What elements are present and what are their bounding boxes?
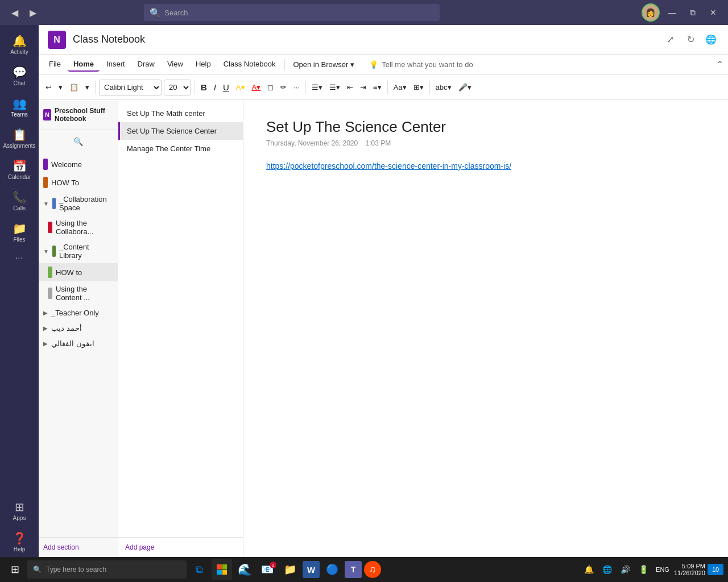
forward-button[interactable]: ▶ [25, 5, 41, 20]
underline-button[interactable]: U [221, 80, 231, 95]
onenote-title: Class Notebook [73, 34, 145, 45]
page-link[interactable]: https://pocketofpreschool.com/the-scienc… [266, 161, 511, 171]
menu-file[interactable]: File [43, 57, 67, 72]
menu-class-notebook[interactable]: Class Notebook [218, 57, 282, 72]
taskbar-teams[interactable]: T [345, 561, 362, 578]
pin-button[interactable]: ⤢ [662, 32, 678, 48]
close-button[interactable]: ✕ [705, 5, 721, 20]
font-size-select[interactable]: 20 [164, 80, 191, 95]
indent-button[interactable]: ⇥ [358, 80, 369, 95]
font-color-button[interactable]: A▾ [250, 80, 263, 95]
outdent-button[interactable]: ⇤ [345, 80, 355, 95]
clipboard-button[interactable]: 📋 [67, 80, 81, 95]
taskbar-clock[interactable]: 5:09 PM 11/26/2020 [674, 563, 705, 576]
taskbar-battery-icon[interactable]: 🔋 [635, 562, 651, 577]
section-item-using-collab[interactable]: Using the Collabora... [39, 215, 118, 239]
sidebar-item-calls[interactable]: 📞 Calls [3, 186, 35, 216]
add-section-button[interactable]: Add section [39, 537, 118, 557]
section-item-content-lib[interactable]: ▼ _Content Library [39, 239, 118, 263]
menu-view[interactable]: View [162, 57, 189, 72]
clipboard-dropdown-button[interactable]: ▾ [83, 80, 92, 95]
more-icon: ··· [15, 253, 24, 262]
open-in-browser-button[interactable]: Open in Browser ▾ [288, 58, 359, 71]
taskbar-outlook[interactable]: 📧 2 [257, 559, 278, 580]
menu-draw[interactable]: Draw [132, 57, 160, 72]
spellcheck-button[interactable]: abc▾ [433, 80, 454, 95]
sidebar-item-more[interactable]: ··· [3, 248, 35, 267]
sidebar-item-help[interactable]: ❓ Help [3, 527, 35, 557]
sidebar-item-activity[interactable]: 🔔 Activity [3, 30, 35, 60]
section-item-collab[interactable]: ▼ _Collaboration Space [39, 192, 118, 215]
bold-button[interactable]: B [198, 80, 209, 95]
taskbar-start-button[interactable]: ⊞ [5, 559, 25, 580]
add-page-button[interactable]: Add page [118, 537, 243, 557]
styles-button[interactable]: Aа▾ [391, 80, 409, 95]
expand-student2-icon[interactable]: ▶ [43, 340, 48, 347]
sidebar-item-chat[interactable]: 💬 Chat [3, 61, 35, 91]
tell-me-input[interactable]: 💡 Tell me what you want to do [365, 58, 477, 71]
taskbar-itunes[interactable]: ♫ [364, 561, 381, 578]
undo-dropdown-button[interactable]: ▾ [56, 80, 65, 95]
section-item-howto[interactable]: HOW To [39, 173, 118, 192]
avatar[interactable]: 👩 [642, 3, 660, 22]
taskbar-volume-icon[interactable]: 🔊 [617, 562, 633, 577]
notebook-search-button[interactable]: 🔍 [72, 135, 85, 148]
taskbar-chrome[interactable]: 🔵 [322, 559, 342, 580]
expand-student1-icon[interactable]: ▶ [43, 325, 48, 331]
taskbar-notification-count[interactable]: 10 [708, 564, 723, 575]
taskbar-notification-icon[interactable]: 🔔 [581, 562, 597, 577]
refresh-button[interactable]: ↻ [682, 32, 698, 48]
collapse-collab-icon[interactable]: ▼ [43, 201, 49, 207]
taskbar-task-view[interactable]: ⧉ [189, 559, 209, 580]
bullets-button[interactable]: ☰▾ [309, 80, 325, 95]
taskbar-network-icon[interactable]: 🌐 [599, 562, 615, 577]
section-item-using-content[interactable]: Using the Content ... [39, 281, 118, 305]
menu-help[interactable]: Help [190, 57, 217, 72]
sidebar-item-calendar[interactable]: 📅 Calendar [3, 155, 35, 185]
sidebar-item-teams[interactable]: 👥 Teams [3, 92, 35, 122]
taskbar-search[interactable]: 🔍 Type here to search [27, 560, 187, 579]
eraser-button[interactable]: ◻ [265, 80, 276, 95]
font-name-select[interactable]: Calibri Light [99, 80, 162, 95]
section-item-teacher[interactable]: ▶ _Teacher Only [39, 305, 118, 321]
more-formatting-button[interactable]: ··· [291, 80, 302, 95]
dictate-button[interactable]: 🎤▾ [456, 80, 474, 95]
section-item-student1[interactable]: ▶ أحمد ديب [39, 321, 118, 336]
globe-button[interactable]: 🌐 [703, 32, 719, 48]
menu-home[interactable]: Home [68, 57, 100, 72]
teams-sidebar: 🔔 Activity 💬 Chat 👥 Teams 📋 Assignments … [0, 25, 39, 557]
taskbar-windows-store[interactable] [212, 559, 232, 580]
sidebar-item-assignments[interactable]: 📋 Assignments [3, 123, 35, 153]
page-list: Set Up The Math center Set Up The Scienc… [118, 100, 243, 537]
page-item-science[interactable]: Set Up The Science Center [118, 122, 243, 140]
page-item-math[interactable]: Set Up The Math center [118, 105, 243, 122]
back-button[interactable]: ◀ [7, 5, 23, 20]
section-item-student2[interactable]: ▶ ايفون الفغالي [39, 336, 118, 351]
collapse-content-lib-icon[interactable]: ▼ [43, 248, 49, 255]
expand-teacher-icon[interactable]: ▶ [43, 310, 48, 316]
taskbar-word[interactable]: W [303, 561, 320, 578]
minimize-button[interactable]: — [664, 5, 680, 20]
format-painter-button[interactable]: ✏ [278, 80, 289, 95]
titlebar-navigation: ◀ ▶ [7, 5, 41, 20]
restore-button[interactable]: ⧉ [685, 5, 701, 20]
page-content[interactable]: Set Up The Science Center Thursday, Nove… [243, 100, 728, 557]
page-item-manage[interactable]: Manage The Center Time [118, 140, 243, 157]
highlight-button[interactable]: A▾ [234, 80, 247, 95]
taskbar-edge[interactable]: 🌊 [234, 559, 255, 580]
search-icon: 🔍 [150, 7, 161, 18]
align-button[interactable]: ≡▾ [371, 80, 384, 95]
taskbar-file-explorer[interactable]: 📁 [280, 559, 300, 580]
menu-separator [284, 59, 285, 70]
sidebar-item-files[interactable]: 📁 Files [3, 217, 35, 247]
menu-insert[interactable]: Insert [101, 57, 131, 72]
collapse-ribbon-button[interactable]: ⌃ [716, 59, 723, 70]
numbered-button[interactable]: ☰▾ [327, 80, 342, 95]
undo-button[interactable]: ↩ [43, 80, 54, 95]
section-item-welcome[interactable]: Welcome [39, 155, 118, 173]
section-item-howto2[interactable]: HOW to [39, 263, 118, 281]
italic-button[interactable]: I [212, 80, 218, 95]
sidebar-item-apps[interactable]: ⊞ Apps [3, 496, 35, 526]
insert-table-button[interactable]: ⊞▾ [411, 80, 426, 95]
search-input[interactable] [164, 9, 434, 17]
